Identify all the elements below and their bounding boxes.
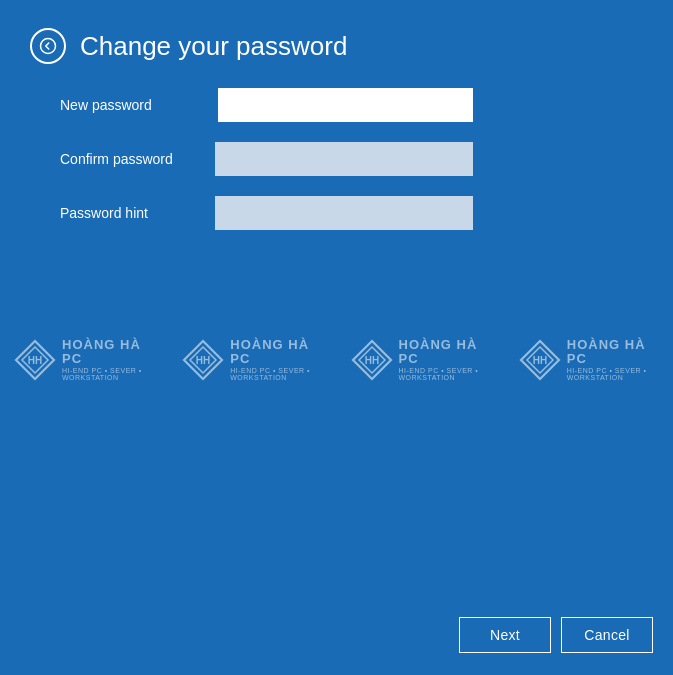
confirm-password-row: Confirm password [60, 142, 673, 176]
new-password-input[interactable] [215, 88, 473, 122]
watermark-brand: HOÀNG HÀ PC [567, 338, 659, 367]
watermark-brand: HOÀNG HÀ PC [62, 338, 154, 367]
watermark-sub: HI-END PC • SEVER • WORKSTATION [399, 367, 491, 382]
watermark-brand: HOÀNG HÀ PC [399, 338, 491, 367]
watermark-item: HH HOÀNG HÀ PC HI-END PC • SEVER • WORKS… [505, 330, 673, 390]
svg-text:HH: HH [196, 355, 210, 366]
watermark-text: HOÀNG HÀ PC HI-END PC • SEVER • WORKSTAT… [230, 338, 322, 382]
logo-icon: HH [351, 339, 393, 381]
password-hint-row: Password hint [60, 196, 673, 230]
confirm-password-input[interactable] [215, 142, 473, 176]
confirm-password-label: Confirm password [60, 151, 215, 167]
logo-icon: HH [182, 339, 224, 381]
watermark-item: HH HOÀNG HÀ PC HI-END PC • SEVER • WORKS… [168, 330, 336, 390]
next-button[interactable]: Next [459, 617, 551, 653]
svg-point-0 [41, 39, 56, 54]
watermark-sub: HI-END PC • SEVER • WORKSTATION [62, 367, 154, 382]
password-hint-label: Password hint [60, 205, 215, 221]
page-header: Change your password [0, 0, 673, 88]
logo-icon: HH [519, 339, 561, 381]
new-password-label: New password [60, 97, 215, 113]
change-password-form: New password Confirm password Password h… [0, 88, 673, 230]
svg-text:HH: HH [28, 355, 42, 366]
new-password-row: New password [60, 88, 673, 122]
watermark-item: HH HOÀNG HÀ PC HI-END PC • SEVER • WORKS… [337, 330, 505, 390]
back-button[interactable] [30, 28, 66, 64]
watermark-text: HOÀNG HÀ PC HI-END PC • SEVER • WORKSTAT… [62, 338, 154, 382]
password-hint-input[interactable] [215, 196, 473, 230]
svg-text:HH: HH [533, 355, 547, 366]
watermark-item: HH HOÀNG HÀ PC HI-END PC • SEVER • WORKS… [0, 330, 168, 390]
logo-icon: HH [14, 339, 56, 381]
watermark-sub: HI-END PC • SEVER • WORKSTATION [230, 367, 322, 382]
svg-text:HH: HH [364, 355, 378, 366]
watermark-brand: HOÀNG HÀ PC [230, 338, 322, 367]
page-title: Change your password [80, 31, 347, 62]
cancel-button[interactable]: Cancel [561, 617, 653, 653]
back-icon [39, 37, 57, 55]
footer-actions: Next Cancel [459, 617, 653, 653]
watermark-text: HOÀNG HÀ PC HI-END PC • SEVER • WORKSTAT… [567, 338, 659, 382]
watermark-text: HOÀNG HÀ PC HI-END PC • SEVER • WORKSTAT… [399, 338, 491, 382]
watermark-row: HH HOÀNG HÀ PC HI-END PC • SEVER • WORKS… [0, 330, 673, 390]
watermark-sub: HI-END PC • SEVER • WORKSTATION [567, 367, 659, 382]
